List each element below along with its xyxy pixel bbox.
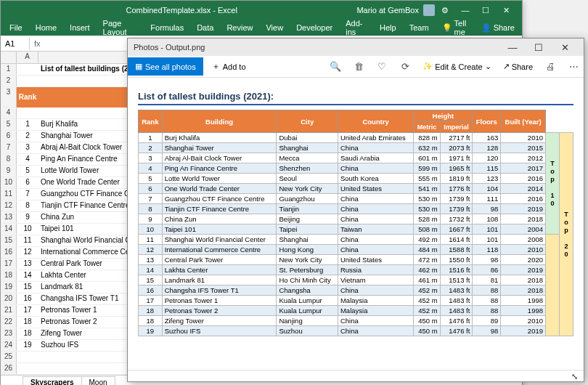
ribbon-tab-help[interactable]: Help <box>374 21 402 34</box>
minimize-button[interactable]: — <box>455 6 475 15</box>
cell-rank: 4 <box>139 163 163 174</box>
rotate-icon[interactable]: ⟳ <box>395 61 415 72</box>
more-icon[interactable]: ⋯ <box>563 61 584 72</box>
cell-a[interactable]: 9 <box>17 212 38 223</box>
cell-a[interactable] <box>17 352 38 362</box>
col-a[interactable]: A <box>17 52 38 63</box>
maximize-button[interactable]: ☐ <box>475 6 496 15</box>
add-to-button[interactable]: ＋ Add to <box>206 58 252 75</box>
cell-a[interactable]: 2 <box>17 131 38 142</box>
cell-a[interactable] <box>17 108 38 118</box>
row-number[interactable]: 4 <box>1 108 17 118</box>
cell-a[interactable]: 17 <box>17 305 38 316</box>
ribbon-tab-view[interactable]: View <box>260 21 289 34</box>
row-number[interactable]: 24 <box>1 340 17 351</box>
name-box[interactable]: A1 <box>1 38 30 49</box>
cell-a[interactable]: 4 <box>17 154 38 165</box>
sheet-tab-skyscrapers[interactable]: Skyscrapers <box>23 376 82 386</box>
row-number[interactable]: 6 <box>1 131 17 142</box>
row-number[interactable]: 25 <box>1 352 17 362</box>
cell-rank-header[interactable]: Rank <box>17 87 38 108</box>
row-number[interactable]: 13 <box>1 212 17 223</box>
see-all-photos-button[interactable]: ▦ See all photos <box>128 57 203 76</box>
maximize-button[interactable]: ☐ <box>526 42 552 53</box>
row-number[interactable]: 12 <box>1 200 17 211</box>
cell-a[interactable]: 19 <box>17 340 38 351</box>
cell-a[interactable]: 18 <box>17 317 38 328</box>
cell-rank: 19 <box>139 326 163 336</box>
cell-a[interactable]: 3 <box>17 142 38 153</box>
cell-a[interactable]: 10 <box>17 224 38 235</box>
ribbon-tab-review[interactable]: Review <box>221 21 258 34</box>
cell-a[interactable]: 13 <box>17 259 38 270</box>
ribbon-tab-data[interactable]: Data <box>191 21 219 34</box>
print-icon[interactable]: 🖨 <box>540 61 560 72</box>
share-button[interactable]: 👤Share <box>477 21 519 35</box>
select-all-corner[interactable] <box>1 52 17 63</box>
tell-me-button[interactable]: 💡Tell me <box>438 17 475 38</box>
row-number[interactable]: 3 <box>1 87 17 107</box>
cell-metric: 601 m <box>414 153 440 163</box>
row-number[interactable]: 9 <box>1 166 17 177</box>
row-number[interactable]: 17 <box>1 259 17 270</box>
cell-a[interactable]: 8 <box>17 200 38 211</box>
ribbon-tab-add-ins[interactable]: Add-ins <box>340 17 372 38</box>
row-number[interactable]: 18 <box>1 270 17 281</box>
ribbon-tab-team[interactable]: Team <box>404 21 435 34</box>
row-number[interactable]: 2 <box>1 76 17 86</box>
row-number[interactable]: 8 <box>1 154 17 165</box>
cell-a[interactable]: 15 <box>17 282 38 293</box>
ribbon-tab-insert[interactable]: Insert <box>64 21 96 34</box>
row-number[interactable]: 1 <box>1 64 17 75</box>
delete-icon[interactable]: 🗑 <box>348 61 369 72</box>
row-number[interactable]: 21 <box>1 305 17 316</box>
row-number[interactable]: 26 <box>1 363 17 374</box>
ribbon-tab-developer[interactable]: Developer <box>290 21 338 34</box>
zoom-icon[interactable]: 🔍 <box>325 61 346 72</box>
row-number[interactable]: 23 <box>1 328 17 339</box>
magic-icon: ✨ <box>422 62 433 71</box>
share-button[interactable]: ↗ Share <box>499 59 537 74</box>
ribbon-tab-file[interactable]: File <box>4 21 28 34</box>
settings-icon[interactable]: ⚙ <box>435 6 455 15</box>
cell-a[interactable] <box>17 363 38 374</box>
cell-building: Lotte World Tower <box>162 174 277 184</box>
favorite-icon[interactable]: ♡ <box>372 61 392 72</box>
sheet-tab-moon[interactable]: Moon <box>81 376 115 385</box>
cell-a[interactable]: 18 <box>17 328 38 339</box>
cell-a[interactable]: 7 <box>17 189 38 200</box>
cell-floors: 104 <box>473 184 501 194</box>
ribbon-tab-home[interactable]: Home <box>30 21 62 34</box>
ribbon-tab-formulas[interactable]: Formulas <box>144 21 189 34</box>
row-number[interactable]: 22 <box>1 317 17 328</box>
cell-a[interactable]: 11 <box>17 235 38 246</box>
edit-create-button[interactable]: ✨ Edit & Create ⌄ <box>418 59 495 74</box>
row-number[interactable]: 5 <box>1 119 17 130</box>
excel-title-text: CombinedTemplate.xlsx - Excel <box>7 6 356 15</box>
row-number[interactable]: 15 <box>1 235 17 246</box>
excel-user[interactable]: Mario at GemBox <box>356 4 435 16</box>
cell-a[interactable]: 16 <box>17 293 38 304</box>
row-number[interactable]: 14 <box>1 224 17 235</box>
cell-year: 2010 <box>501 133 546 143</box>
cell-a[interactable] <box>17 76 38 86</box>
fx-icon[interactable]: fx <box>30 38 45 49</box>
row-number[interactable]: 16 <box>1 247 17 258</box>
cell-a[interactable]: 12 <box>17 247 38 258</box>
row-number[interactable]: 11 <box>1 189 17 200</box>
row-number[interactable]: 10 <box>1 177 17 188</box>
ribbon-tab-page-layout[interactable]: Page Layout <box>97 17 144 38</box>
cell-a[interactable] <box>17 64 38 75</box>
cell-a[interactable]: 5 <box>17 166 38 177</box>
resize-grip-icon[interactable]: ⤡ <box>571 372 578 380</box>
row-number[interactable]: 19 <box>1 282 17 293</box>
cell-a[interactable]: 6 <box>17 177 38 188</box>
cell-a[interactable]: 14 <box>17 270 38 281</box>
row-number[interactable]: 20 <box>1 293 17 304</box>
close-button[interactable]: ✕ <box>552 42 578 53</box>
close-button[interactable]: ✕ <box>496 6 516 15</box>
row-number[interactable]: 7 <box>1 142 17 153</box>
cell-year: 2012 <box>501 153 546 163</box>
minimize-button[interactable]: — <box>499 42 526 53</box>
cell-a[interactable]: 1 <box>17 119 38 130</box>
